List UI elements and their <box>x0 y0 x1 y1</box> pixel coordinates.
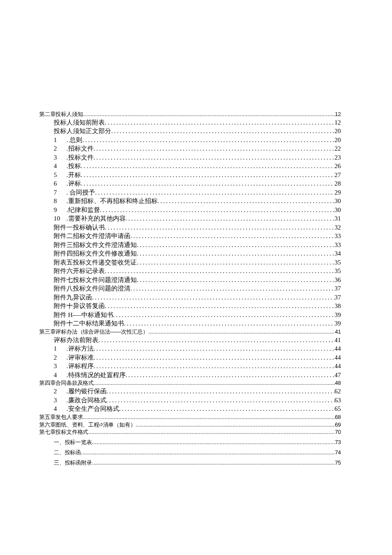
toc-page-number: 70 <box>335 429 341 436</box>
toc-label: 附件六开标记录表 <box>54 267 105 276</box>
toc-label: 4 .安全生产合同格式 <box>54 405 119 413</box>
toc-page-number: 12 <box>334 119 341 127</box>
toc-leader: ........................................… <box>113 311 334 320</box>
toc-leader: ........................................… <box>130 232 334 241</box>
toc-leader: ........................................… <box>94 354 335 362</box>
toc-page-number: 33 <box>334 241 341 250</box>
toc-page-number: 74 <box>335 449 341 456</box>
toc-page-number: 35 <box>334 267 341 276</box>
toc-label: 附件二招标文件澄清申请函 <box>54 232 130 241</box>
toc-entry: 2 .评审标准 ................................… <box>39 354 341 362</box>
toc-leader: ........................................… <box>137 250 334 258</box>
toc-page-number: 27 <box>334 171 341 180</box>
toc-label: 6 .评标 <box>54 180 81 188</box>
toc-entry: 第四章合同条款及格式..............................… <box>39 380 341 387</box>
toc-page-number: 41 <box>335 328 341 336</box>
toc-entry: 附件一投标确认书................................… <box>39 224 341 232</box>
toc-label: 附件三招标文件文件澄清通知 <box>54 241 137 250</box>
toc-page-number: 28 <box>334 180 341 188</box>
toc-leader: ........................................… <box>92 293 334 302</box>
toc-label: 投标人须知正文部分 <box>54 127 111 136</box>
toc-page-number: 30 <box>334 197 341 206</box>
toc-label: 4 .特殊情况的处置程序 <box>54 371 126 380</box>
toc-page-number: 12 <box>335 111 341 118</box>
toc-entry: 附件七投标文件问题澄清通知...........................… <box>39 276 341 285</box>
toc-label: 2 .履约银行保函 <box>54 387 107 396</box>
toc-entry: 投标人须知前附表................................… <box>39 119 341 127</box>
toc-page-number: 23 <box>334 154 341 162</box>
toc-label: 3 .投标文件 <box>54 154 94 162</box>
toc-page-number: 20 <box>334 127 341 136</box>
toc-label: 1 .评标方法 <box>54 345 94 353</box>
toc-label: 一、投标一览表 <box>54 439 92 446</box>
toc-leader: ........................................… <box>94 154 335 162</box>
toc-label: 8 .重新招标、不再招标和终止招标 <box>54 197 158 206</box>
toc-number: 4 <box>54 371 65 380</box>
toc-entry: 3 .投标文件 ................................… <box>39 154 341 162</box>
toc-label: 3 .评标程序 <box>54 362 94 371</box>
toc-number: 3 <box>54 362 65 371</box>
toc-page-number: 44 <box>334 362 341 371</box>
toc-leader: ........................................… <box>105 267 334 276</box>
toc-label: 2 .招标文件 <box>54 145 94 153</box>
toc-label: 5 .开标 <box>54 171 81 180</box>
toc-number: 8 <box>54 197 65 206</box>
toc-page-number: 41 <box>334 336 341 345</box>
toc-number: 5 <box>54 171 65 180</box>
toc-label: 4 .投标 <box>54 162 81 171</box>
toc-number: 3 <box>54 396 65 405</box>
toc-label: 评标办法前附表 <box>54 336 98 345</box>
toc-label: 第四章合同条款及格式 <box>39 380 94 387</box>
toc-entry: 附件十二中标结果通知书.............................… <box>39 320 341 328</box>
toc-label: 附件四招标文件文件修改通知 <box>54 250 137 258</box>
toc-label: 附表五投标文件递交签收凭证 <box>54 259 137 267</box>
toc-page-number: 31 <box>334 215 341 223</box>
toc-page-number: 29 <box>334 189 341 197</box>
toc-label: 1 . 总则 <box>54 136 82 145</box>
toc-number: 2 <box>54 354 65 362</box>
toc-leader: ........................................… <box>100 206 335 215</box>
toc-leader: ........................................… <box>94 345 335 353</box>
toc-page-number: 32 <box>334 224 341 232</box>
toc-label: 附件一投标确认书 <box>54 224 105 232</box>
toc-leader: ........................................… <box>83 111 335 118</box>
toc-number: 7 <box>54 189 65 197</box>
toc-entry: 附表五投标文件递交签收凭证...........................… <box>39 259 341 267</box>
toc-label: 7 . 合同授予 <box>54 189 95 197</box>
toc-leader: ........................................… <box>95 189 334 197</box>
toc-entry: 3 .评标程序 ................................… <box>39 362 341 371</box>
toc-page-number: 44 <box>334 345 341 353</box>
toc-entry: 附件八投标文件问题的澄清............................… <box>39 285 341 293</box>
toc-page-number: 44 <box>334 354 341 362</box>
toc-entry: 7 . 合同授予................................… <box>39 189 341 197</box>
toc-number: 2 <box>54 387 65 396</box>
toc-entry: 8 .重新招标、不再招标和终止招标 ......................… <box>39 197 341 206</box>
toc-page-number: 73 <box>335 439 341 446</box>
toc-page-number: 26 <box>334 162 341 171</box>
toc-entry: 评标办法前附表.................................… <box>39 336 341 345</box>
toc-label: 附件九异议函 <box>54 293 92 302</box>
toc-entry: 一、投标一览表 ................................… <box>39 439 341 446</box>
toc-number: 4 <box>54 405 65 413</box>
toc-label: 附件八投标文件问题的澄清 <box>54 285 130 293</box>
toc-leader: ........................................… <box>81 449 335 456</box>
toc-page-number: 33 <box>334 232 341 241</box>
toc-leader: ........................................… <box>94 362 335 371</box>
toc-number: 4 <box>54 162 65 171</box>
toc-leader: ........................................… <box>94 380 335 387</box>
toc-leader: ........................................… <box>88 429 335 436</box>
toc-number: 1 <box>54 136 65 145</box>
toc-page-number: 63 <box>334 396 341 405</box>
toc-page-number: 75 <box>335 459 341 467</box>
toc-entry: 附件 H-—中标通知书 ............................… <box>39 311 341 320</box>
toc-entry: 附件三招标文件文件澄清通知...........................… <box>39 241 341 250</box>
toc-leader: ........................................… <box>137 241 334 250</box>
toc-number: 9 <box>54 206 65 215</box>
toc-entry: 9 .纪律和监督 ...............................… <box>39 206 341 215</box>
toc-entry: 三、投标函附录 ................................… <box>39 459 341 467</box>
page: 第二章投标人须知................................… <box>0 0 392 555</box>
toc-label: 三、投标函附录 <box>54 459 92 467</box>
toc-leader: ........................................… <box>82 136 334 145</box>
toc-label: 附件十二中标结果通知书 <box>54 320 124 328</box>
toc-page-number: 39 <box>334 311 341 320</box>
